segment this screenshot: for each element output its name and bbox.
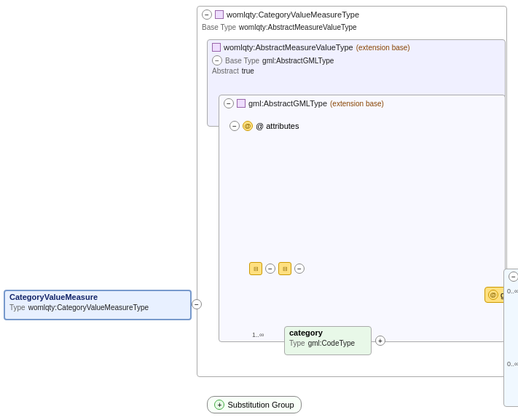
abstract-abstract-value: true <box>242 67 254 75</box>
standard-header: − gml:StandardObjectProperties ↗ <box>504 269 518 284</box>
collapse-attributes[interactable]: − <box>229 121 240 131</box>
category-type-value: gml:CodeType <box>308 339 355 347</box>
gml-extension-label: (extension base) <box>330 100 384 108</box>
box-gml-type: − gml:AbstractGMLType (extension base) −… <box>219 95 506 342</box>
box-standard-props: − gml:StandardObjectProperties ↗ 0..∞ gm… <box>503 269 518 407</box>
box-substitution[interactable]: + Substitution Group <box>207 396 302 413</box>
collapse-abstract[interactable]: − <box>212 55 222 66</box>
abstract-base-value: gml:AbstractGMLType <box>262 57 334 65</box>
category-name: category <box>285 327 371 338</box>
seq-icon-2: ⊟ <box>278 262 291 275</box>
category-type-row: Type gml:CodeType <box>285 338 371 348</box>
abstract-base-type-row: − Base Type gml:AbstractGMLType <box>208 55 505 66</box>
element-connector: − <box>192 299 202 309</box>
attributes-section: − @ @ attributes @ gml:id + <box>229 121 299 151</box>
category-plus[interactable]: + <box>375 336 385 346</box>
seq-icon-1: ⊟ <box>249 262 262 275</box>
outer-base-type-row: Base Type womlqty:AbstractMeasureValueTy… <box>197 23 506 32</box>
element-minus[interactable]: − <box>192 299 202 309</box>
collapse-standard[interactable]: − <box>509 272 518 282</box>
box-category: category Type gml:CodeType <box>284 326 372 355</box>
element-name: CategoryValueMeasure <box>5 291 190 303</box>
seq-minus-2[interactable]: − <box>294 264 305 274</box>
type-icon-gml <box>237 99 246 108</box>
abstract-type-name: womlqty:AbstractMeasureValueType <box>224 43 353 52</box>
category-type-label: Type <box>289 339 305 347</box>
range-metadata: 0..∞ <box>507 288 518 295</box>
outer-type-name: womlqty:CategoryValueMeasureType <box>227 10 359 19</box>
box-element: CategoryValueMeasure Type womlqty:Catego… <box>4 290 192 320</box>
substitution-label: Substitution Group <box>227 400 294 409</box>
category-range: 1..∞ <box>252 331 264 338</box>
gml-type-name: gml:AbstractGMLType <box>248 99 327 108</box>
abstract-base-label: Base Type <box>225 57 259 65</box>
gml-header: − gml:AbstractGMLType (extension base) <box>219 95 505 111</box>
attributes-label: @ attributes <box>256 122 299 130</box>
element-type-value: womlqty:CategoryValueMeasureType <box>28 304 149 312</box>
element-type-row: Type womlqty:CategoryValueMeasureType <box>5 303 190 312</box>
collapse-gml[interactable]: − <box>224 98 234 108</box>
seq-minus-1[interactable]: − <box>265 264 275 274</box>
gml-id-at-icon: @ <box>488 290 498 300</box>
range-name: 0..∞ <box>507 360 518 368</box>
collapse-outer[interactable]: − <box>202 9 212 20</box>
abstract-header: womlqty:AbstractMeasureValueType (extens… <box>208 40 505 55</box>
substitution-plus-icon[interactable]: + <box>214 400 224 410</box>
abstract-abstract-label: Abstract <box>212 67 239 75</box>
at-icon: @ <box>243 121 253 131</box>
abstract-abstract-row: Abstract true <box>208 66 505 76</box>
outer-header: − womlqty:CategoryValueMeasureType <box>197 7 506 23</box>
outer-base-type-value: womlqty:AbstractMeasureValueType <box>239 23 357 31</box>
type-icon-abstract <box>212 43 221 52</box>
type-icon-outer <box>215 10 224 19</box>
abstract-extension-label: (extension base) <box>356 44 410 52</box>
category-plus-circle[interactable]: + <box>375 336 385 346</box>
diagram-container: − womlqty:CategoryValueMeasureType Base … <box>0 0 518 420</box>
element-type-label: Type <box>9 304 25 312</box>
sequence-node-1: ⊟ − ⊟ − <box>249 262 305 275</box>
outer-base-type-label: Base Type <box>202 23 236 31</box>
